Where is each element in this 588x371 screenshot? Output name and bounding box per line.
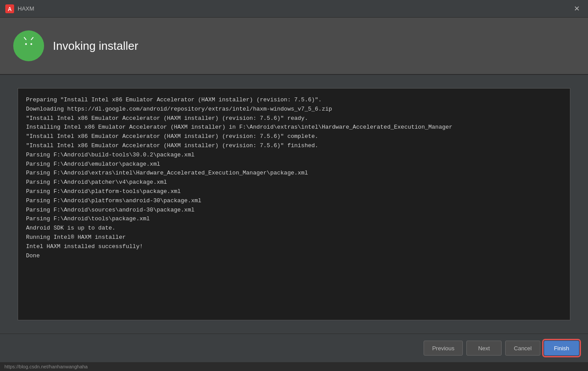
svg-line-6: [31, 37, 33, 40]
header-area: Invoking installer: [0, 18, 588, 75]
title-bar-left: A HAXM: [5, 4, 34, 13]
cancel-button[interactable]: Cancel: [505, 341, 540, 356]
page-title: Invoking installer: [53, 39, 138, 53]
bottom-bar: Previous Next Cancel Finish: [0, 334, 588, 362]
app-icon: A: [5, 4, 14, 13]
svg-point-3: [25, 43, 27, 45]
svg-text:A: A: [8, 6, 12, 12]
close-button[interactable]: ✕: [570, 3, 583, 15]
main-content: Preparing "Install Intel x86 Emulator Ac…: [0, 75, 588, 334]
status-bar: https://blog.csdn.net/hanhanwanghaha: [0, 362, 588, 371]
android-icon: [18, 35, 39, 56]
previous-button[interactable]: Previous: [424, 341, 463, 356]
svg-rect-10: [25, 53, 27, 56]
android-logo: [13, 30, 44, 61]
console-output: Preparing "Install Intel x86 Emulator Ac…: [26, 96, 562, 260]
title-bar: A HAXM ✕: [0, 0, 588, 18]
svg-line-5: [24, 37, 26, 40]
svg-rect-11: [30, 53, 33, 56]
window-title: HAXM: [18, 5, 34, 12]
status-text: https://blog.csdn.net/hanhanwanghaha: [4, 364, 88, 369]
finish-button[interactable]: Finish: [544, 341, 579, 356]
svg-rect-7: [23, 48, 34, 54]
svg-rect-8: [20, 48, 22, 53]
console-output-box: Preparing "Install Intel x86 Emulator Ac…: [18, 88, 570, 320]
svg-rect-9: [35, 48, 37, 53]
next-button[interactable]: Next: [466, 341, 502, 356]
svg-point-4: [30, 43, 32, 45]
